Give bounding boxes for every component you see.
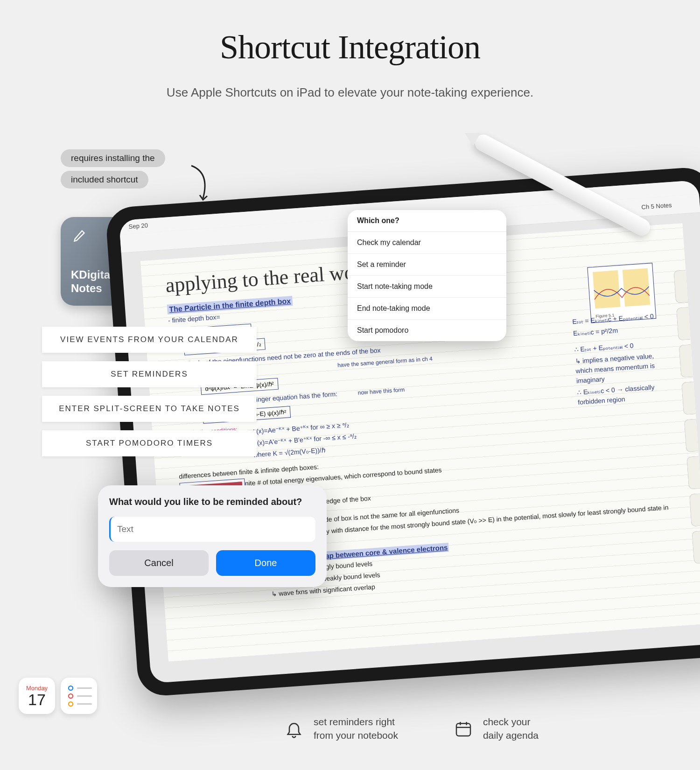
feature-item: START POMODORO TIMERS	[42, 430, 257, 456]
status-time: Sep 20	[128, 222, 148, 230]
tab-label[interactable]: Ch 5 Notes	[641, 202, 672, 211]
arrow-icon	[187, 163, 215, 205]
action-menu: Which one? Check my calendar Set a remin…	[348, 210, 506, 341]
reminder-input[interactable]	[109, 517, 315, 542]
bottom-feature-agenda: check your daily agenda	[454, 715, 539, 742]
menu-item-end-notes[interactable]: End note-taking mode	[348, 298, 506, 320]
feature-item: SET REMINDERS	[42, 361, 257, 387]
side-tab[interactable]	[689, 493, 700, 527]
notebook-margin-notes: Eₜₒₜ = Eₖᵢₙₑₜᵢc + Eₚₒₜₑₙₜᵢₐₗ < 0 Eₖᵢₙₑₜᵢ…	[572, 309, 662, 409]
requirement-badges: requires installing the included shortcu…	[61, 149, 165, 192]
menu-item-calendar[interactable]: Check my calendar	[348, 232, 506, 254]
menu-item-reminder[interactable]: Set a reminder	[348, 254, 506, 276]
reminders-app-icon[interactable]	[61, 678, 97, 714]
bottom-feature-reminders: set reminders right from your notebook	[285, 715, 398, 742]
menu-header: Which one?	[348, 210, 506, 232]
feature-text-l1: check your	[483, 715, 539, 728]
feature-item: VIEW EVENTS FROM YOUR CALENDAR	[42, 327, 257, 353]
menu-item-start-notes[interactable]: Start note-taking mode	[348, 276, 506, 298]
badge-line2: included shortcut	[61, 171, 148, 189]
bell-icon	[285, 720, 303, 738]
svg-rect-7	[456, 723, 470, 736]
feature-item: ENTER SPLIT-SCREEN TO TAKE NOTES	[42, 396, 257, 422]
side-tab[interactable]	[684, 419, 699, 452]
calendar-icon	[454, 720, 473, 738]
calendar-app-icon[interactable]: Monday 17	[19, 678, 55, 714]
feature-text-l2: daily agenda	[483, 729, 539, 742]
side-tab[interactable]	[681, 382, 696, 415]
menu-item-pomodoro[interactable]: Start pomodoro	[348, 320, 506, 341]
bottom-feature-row: set reminders right from your notebook c…	[285, 715, 539, 742]
side-tab[interactable]	[686, 456, 700, 490]
side-tab[interactable]	[679, 344, 693, 378]
feature-text-l2: from your notebook	[314, 729, 398, 742]
cancel-button[interactable]: Cancel	[109, 550, 209, 576]
badge-line1: requires installing the	[61, 149, 165, 167]
side-tab[interactable]	[692, 531, 700, 564]
side-tab[interactable]	[676, 307, 691, 341]
done-button[interactable]: Done	[216, 550, 315, 576]
calendar-day-number: 17	[28, 692, 46, 707]
page-subtitle: Use Apple Shortcuts on iPad to elevate y…	[0, 85, 700, 100]
side-tab[interactable]	[673, 270, 688, 303]
dialog-title: What would you like to be reminded about…	[109, 497, 315, 507]
app-icon-row: Monday 17	[19, 678, 97, 714]
page-title: Shortcut Integration	[0, 28, 700, 67]
reminder-dialog: What would you like to be reminded about…	[98, 485, 327, 587]
feature-text-l1: set reminders right	[314, 715, 398, 728]
pencil-icon	[71, 227, 88, 244]
feature-list: VIEW EVENTS FROM YOUR CALENDAR SET REMIN…	[42, 327, 257, 465]
